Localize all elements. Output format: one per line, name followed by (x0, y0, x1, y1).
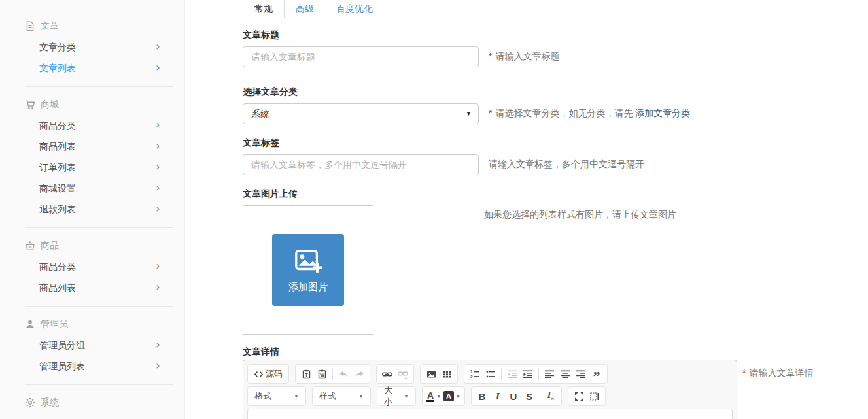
sidebar-item-article-category[interactable]: 文章分类 › (0, 37, 184, 58)
svg-text:2: 2 (470, 375, 473, 379)
title-input[interactable] (243, 46, 479, 67)
sidebar-item-admin-list[interactable]: 管理员列表 › (0, 356, 184, 377)
align-right-button[interactable] (573, 366, 589, 382)
sidebar-group-admin[interactable]: 管理员 (25, 318, 184, 331)
link-icon (382, 369, 392, 379)
undo-button[interactable] (336, 366, 351, 382)
sidebar-item-basic-info[interactable]: 基本信息 › (0, 413, 184, 419)
toolbar-group-source: 源码 (247, 364, 289, 384)
sidebar-group-mall[interactable]: 商城 (25, 98, 184, 111)
format-select[interactable]: 格式 ▼ (251, 388, 303, 404)
paste-text-button[interactable]: T (298, 366, 314, 382)
add-image-button[interactable]: 添加图片 (272, 234, 344, 306)
toolbar-group-clipboard: T W (295, 364, 370, 384)
italic-button[interactable]: I (490, 388, 506, 404)
chevron-right-icon: › (156, 157, 160, 176)
toolbar-group-colors: A ▼ A ▼ (422, 386, 465, 406)
link-button[interactable] (379, 366, 395, 382)
sidebar: 文章 文章分类 › 文章列表 › 商城 商品分类 › (0, 0, 185, 419)
chevron-right-icon: › (156, 277, 160, 297)
insert-table-button[interactable] (439, 366, 455, 382)
image-upload-dropzone[interactable]: 添加图片 (243, 205, 373, 335)
size-select[interactable]: 大小 ▼ (380, 388, 413, 404)
remove-format-button[interactable]: I× (543, 388, 559, 404)
form-group-image: 文章图片上传 添加图片 如果您选择的列表样式有图片，请上传文章图片 (243, 188, 868, 335)
toolbar-group-size: 大小 ▼ (377, 386, 416, 406)
sidebar-item-product-list[interactable]: 商品列表 › (0, 136, 184, 157)
toolbar-group-insert (420, 364, 458, 384)
detail-label: 文章详情 (243, 346, 868, 358)
required-asterisk: * (489, 108, 492, 118)
numbered-list-icon: 12 (470, 369, 480, 379)
align-center-button[interactable] (557, 366, 573, 382)
bullet-list-button[interactable] (483, 366, 498, 382)
remove-format-icon: I× (547, 390, 555, 402)
text-color-icon: A (426, 391, 434, 402)
goods-icon (25, 241, 35, 251)
form-group-detail: 文章详情 源码 (243, 346, 868, 419)
tags-label: 文章标签 (243, 137, 868, 149)
chevron-right-icon: › (156, 256, 160, 276)
sidebar-item-admin-group[interactable]: 管理员分组 › (0, 335, 184, 356)
strikethrough-button[interactable]: S (521, 388, 537, 404)
sidebar-item-order-list[interactable]: 订单列表 › (0, 157, 184, 178)
image-label: 文章图片上传 (243, 188, 868, 200)
align-right-icon (576, 369, 586, 379)
editor-toolbar-row-1: 源码 T W (247, 364, 733, 384)
sidebar-item-goods-category[interactable]: 商品分类 › (0, 256, 184, 277)
source-icon (254, 369, 264, 379)
show-blocks-button[interactable] (587, 388, 602, 404)
align-center-icon (561, 369, 570, 379)
align-left-button[interactable] (542, 366, 557, 382)
sidebar-group-system[interactable]: 系统 (25, 396, 184, 409)
image-hint: 如果您选择的列表样式有图片，请上传文章图片 (484, 205, 676, 221)
maximize-button[interactable] (571, 388, 587, 404)
sidebar-group-article[interactable]: 文章 (25, 20, 184, 33)
tab-bar: 常规 高级 百度优化 (243, 0, 868, 18)
sidebar-item-product-category[interactable]: 商品分类 › (0, 115, 184, 136)
sidebar-item-mall-settings[interactable]: 商城设置 › (0, 178, 184, 199)
tab-advanced[interactable]: 高级 (285, 0, 325, 18)
source-button[interactable]: 源码 (251, 366, 286, 382)
toolbar-group-tools (568, 386, 606, 406)
form-group-category: 选择文章分类 系统 ▼ *请选择文章分类，如无分类，请先 添加文章分类 (243, 86, 868, 124)
editor-content-area[interactable] (247, 409, 733, 419)
dropdown-caret-icon: ▼ (294, 394, 299, 399)
outdent-button[interactable] (504, 366, 520, 382)
svg-text:T: T (305, 372, 308, 378)
unlink-icon: x (398, 369, 408, 379)
paste-word-button[interactable]: W (314, 366, 330, 382)
redo-button[interactable] (351, 366, 367, 382)
chevron-right-icon: › (156, 136, 160, 156)
sidebar-item-goods-list[interactable]: 商品列表 › (0, 277, 184, 298)
unlink-button[interactable]: x (395, 366, 411, 382)
sidebar-group-goods[interactable]: 商品 (25, 239, 184, 252)
tab-baidu-seo[interactable]: 百度优化 (325, 0, 384, 18)
text-color-button[interactable]: A ▼ (425, 388, 442, 404)
svg-text:W: W (320, 373, 324, 377)
bg-color-button[interactable]: A ▼ (442, 388, 462, 404)
underline-button[interactable]: U (506, 388, 521, 404)
sidebar-item-article-list[interactable]: 文章列表 › (0, 58, 184, 78)
tags-input[interactable] (243, 154, 479, 175)
dropdown-caret-icon: ▼ (436, 394, 441, 399)
add-category-link[interactable]: 添加文章分类 (635, 108, 690, 118)
category-hint: *请选择文章分类，如无分类，请先 添加文章分类 (489, 108, 690, 120)
numbered-list-button[interactable]: 12 (467, 366, 483, 382)
sidebar-item-refund-list[interactable]: 退款列表 › (0, 199, 184, 220)
bullet-list-icon (486, 369, 496, 379)
bold-button[interactable]: B (474, 388, 490, 404)
required-asterisk: * (489, 51, 492, 61)
chevron-right-icon: › (156, 58, 160, 77)
tab-general[interactable]: 常规 (243, 0, 285, 18)
blockquote-button[interactable]: ” (589, 366, 604, 382)
form-group-tags: 文章标签 请输入文章标签，多个用中文逗号隔开 (243, 137, 868, 175)
indent-button[interactable] (520, 366, 536, 382)
outdent-icon (508, 369, 517, 379)
insert-image-button[interactable] (423, 366, 439, 382)
style-select[interactable]: 样式 ▼ (315, 388, 368, 404)
category-select[interactable]: 系统 (243, 103, 479, 124)
dropdown-caret-icon: ▼ (456, 394, 460, 399)
article-form: 文章标题 *请输入文章标题 选择文章分类 系统 ▼ (243, 29, 868, 419)
toolbar-group-links: x (376, 364, 414, 384)
